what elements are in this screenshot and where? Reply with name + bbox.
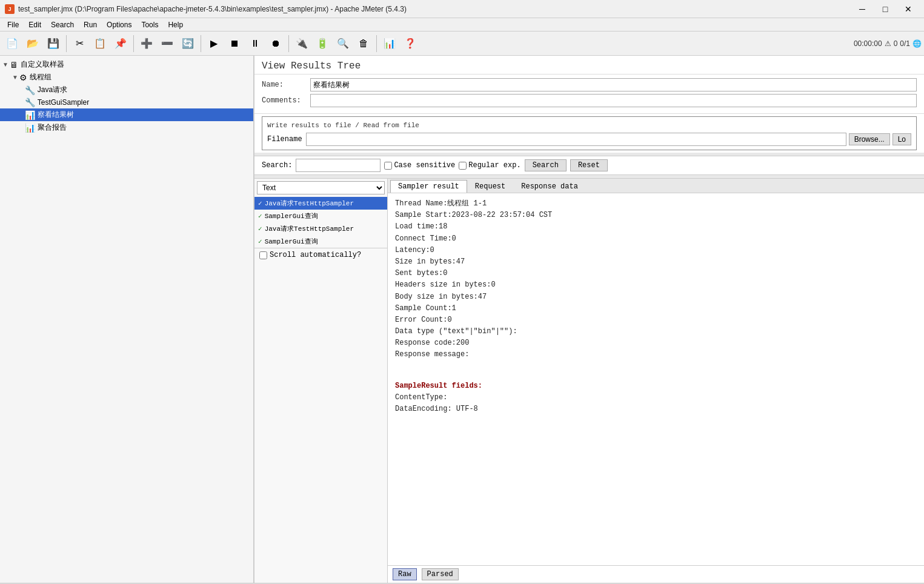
- tree-item-threadgroup[interactable]: ▼ ⚙ 线程组: [0, 71, 253, 84]
- menu-file[interactable]: File: [2, 19, 24, 30]
- remove-button[interactable]: ➖: [158, 34, 177, 53]
- menu-tools[interactable]: Tools: [136, 19, 163, 30]
- name-input[interactable]: [310, 78, 917, 91]
- tree-label-threadgroup: 线程组: [30, 72, 52, 82]
- filename-label: Filename: [267, 135, 302, 144]
- paste-button[interactable]: 📌: [111, 34, 130, 53]
- separator-4: [288, 35, 289, 52]
- regular-exp-label: Regular exp.: [468, 161, 520, 170]
- search-btn[interactable]: 🔍: [333, 34, 353, 53]
- window-title: test_sampler.jmx (D:\Program Files\apach…: [18, 5, 851, 13]
- function-helper-button[interactable]: 📊: [380, 34, 399, 53]
- case-sensitive-label: Case sensitive: [394, 161, 455, 170]
- detail-line-5: Latency:0: [395, 245, 917, 256]
- search-button[interactable]: Search: [525, 159, 567, 171]
- menu-options[interactable]: Options: [102, 19, 136, 30]
- raw-parsed-row: Raw Parsed: [388, 565, 924, 583]
- detail-line-2: Sample Start:2023-08-22 23:57:04 CST: [395, 210, 917, 221]
- scroll-auto-label: Scroll automatically?: [270, 251, 361, 259]
- shutdown-button[interactable]: ⏸: [245, 34, 265, 53]
- log-button[interactable]: Lo: [892, 133, 911, 145]
- status-icon-2: ✓: [258, 212, 262, 220]
- case-sensitive-checkbox[interactable]: [384, 162, 392, 170]
- timer-section: 00:00:00 ⚠ 0 0/1 🌐: [854, 39, 922, 48]
- save-button[interactable]: 💾: [44, 34, 63, 53]
- clear-button[interactable]: 🔄: [178, 34, 198, 53]
- titlebar: J test_sampler.jmx (D:\Program Files\apa…: [0, 0, 924, 18]
- menu-help[interactable]: Help: [163, 19, 188, 30]
- parsed-button[interactable]: Parsed: [422, 568, 459, 580]
- browse-button[interactable]: Browse...: [849, 133, 890, 145]
- tree-item-root[interactable]: ▼ 🖥 自定义取样器: [0, 58, 253, 71]
- tab-response-data[interactable]: Response data: [513, 180, 586, 193]
- regular-exp-checkbox[interactable]: [459, 162, 467, 170]
- scroll-auto-row: Scroll automatically?: [254, 248, 387, 262]
- expand-icon-tg: ▼: [12, 74, 18, 81]
- warning-count: 0: [894, 39, 898, 48]
- stop-button[interactable]: ⏹: [225, 34, 244, 53]
- result-label-4: SamplerGui查询: [265, 237, 318, 246]
- threadgroup-icon: ⚙: [19, 73, 27, 82]
- filename-input[interactable]: [306, 133, 846, 146]
- expand-icon-tg2: [22, 99, 24, 106]
- detail-line-12: Data type ("text"|"bin"|""):: [395, 326, 917, 337]
- expand-icon: ▼: [2, 61, 8, 68]
- tree-label-java-req: Java请求: [38, 85, 67, 95]
- copy-button[interactable]: 📋: [90, 34, 110, 53]
- detail-line-1: Thread Name:线程组 1-1: [395, 198, 917, 210]
- tree-label-testgui: TestGuiSampler: [38, 98, 89, 107]
- detail-line-9: Body size in bytes:47: [395, 291, 917, 303]
- filename-row: Filename Browse... Lo: [267, 133, 911, 146]
- case-sensitive-option[interactable]: Case sensitive: [384, 161, 455, 170]
- remote-stop-button[interactable]: 🔋: [313, 34, 332, 53]
- expand-icon-agg: [22, 124, 24, 131]
- close-button[interactable]: ✕: [897, 2, 919, 16]
- minimize-button[interactable]: ─: [851, 2, 873, 16]
- menu-search[interactable]: Search: [46, 19, 79, 30]
- raw-button[interactable]: Raw: [393, 568, 417, 580]
- status-icon-3: ✓: [258, 225, 262, 233]
- result-item-3[interactable]: ✓ Java请求TestHttpSampler: [254, 222, 387, 235]
- result-item-4[interactable]: ✓ SamplerGui查询: [254, 235, 387, 248]
- remote-start-button[interactable]: 🔌: [292, 34, 311, 53]
- help-button[interactable]: ❓: [401, 34, 420, 53]
- toolbar: 📄 📂 💾 ✂ 📋 📌 ➕ ➖ 🔄 ▶ ⏹ ⏸ ⏺ 🔌 🔋 🔍 🗑 📊 ❓ 00…: [0, 32, 924, 56]
- comments-label: Comments:: [262, 96, 310, 105]
- search-input[interactable]: [296, 159, 381, 172]
- maximize-button[interactable]: □: [874, 2, 896, 16]
- add-button[interactable]: ➕: [137, 34, 156, 53]
- tree-item-aggregate[interactable]: 📊 聚合报告: [0, 121, 253, 134]
- tree-item-testgui[interactable]: 🔧 TestGuiSampler: [0, 96, 253, 108]
- run-button[interactable]: ▶: [204, 34, 224, 53]
- kill-button[interactable]: ⏺: [266, 34, 285, 53]
- result-item-2[interactable]: ✓ SamplerGui查询: [254, 210, 387, 222]
- main-layout: ▼ 🖥 自定义取样器 ▼ ⚙ 线程组 🔧 Java请求 🔧 TestGuiSam…: [0, 56, 924, 583]
- tree-item-vrt[interactable]: 📊 察看结果树: [0, 108, 253, 121]
- root-icon: 🖥: [10, 60, 18, 70]
- warning-icon: ⚠: [885, 39, 891, 48]
- view-type-select[interactable]: Text: [257, 181, 385, 194]
- status-icon-1: ✓: [258, 199, 262, 207]
- result-item-1[interactable]: ✓ Java请求TestHttpSampler: [254, 197, 387, 210]
- menu-edit[interactable]: Edit: [24, 19, 46, 30]
- detail-empty-1: [395, 361, 917, 371]
- vrt-form: Name: Comments:: [254, 75, 924, 114]
- regular-exp-option[interactable]: Regular exp.: [459, 161, 520, 170]
- scroll-auto-checkbox[interactable]: [259, 251, 267, 259]
- comments-row: Comments:: [262, 94, 917, 107]
- tab-request[interactable]: Request: [467, 180, 513, 193]
- open-button[interactable]: 📂: [23, 34, 42, 53]
- file-section-title: Write results to file / Read from file: [267, 122, 911, 129]
- tree-item-java-req[interactable]: 🔧 Java请求: [0, 84, 253, 96]
- reset-button[interactable]: Reset: [570, 159, 608, 171]
- search-row: Search: Case sensitive Regular exp. Sear…: [254, 156, 924, 175]
- vrt-title: View Results Tree: [254, 56, 924, 75]
- new-button[interactable]: 📄: [2, 34, 22, 53]
- result-label-3: Java请求TestHttpSampler: [265, 224, 354, 233]
- clear-all-button[interactable]: 🗑: [354, 34, 373, 53]
- menu-run[interactable]: Run: [79, 19, 102, 30]
- comments-input[interactable]: [310, 94, 917, 107]
- detail-line-3: Load time:18: [395, 221, 917, 233]
- cut-button[interactable]: ✂: [70, 34, 89, 53]
- tab-sampler-result[interactable]: Sampler result: [390, 180, 467, 193]
